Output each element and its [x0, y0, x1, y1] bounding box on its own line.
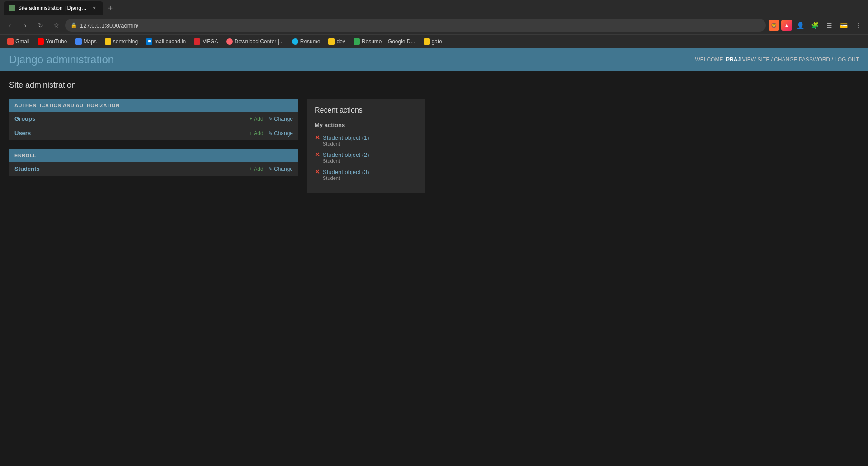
tab-favicon	[9, 5, 15, 11]
students-link[interactable]: Students	[14, 165, 40, 172]
browser-chrome: Site administration | Django site a... ✕…	[0, 0, 868, 48]
mega-favicon	[194, 38, 200, 45]
groups-actions: + Add ✎ Change	[250, 116, 293, 122]
recent-actions-title: Recent actions	[315, 106, 418, 114]
recent-actions-panel: Recent actions My actions ✕ Student obje…	[307, 99, 425, 193]
tab-title: Site administration | Django site a...	[18, 5, 88, 11]
students-model-row: Students + Add ✎ Change	[9, 162, 298, 176]
page-title: Site administration	[9, 80, 859, 90]
bookmark-youtube-label: YouTube	[46, 38, 67, 45]
django-header: Django administration WELCOME, PRAJ VIEW…	[0, 48, 868, 71]
action-item-2: ✕ Student object (2) Student	[315, 151, 418, 164]
action-item-3-link[interactable]: Student object (3)	[323, 169, 369, 175]
view-site-link[interactable]: VIEW SITE	[742, 56, 769, 63]
wallet-icon[interactable]: 💳	[837, 19, 850, 32]
bookmark-gate[interactable]: gate	[420, 38, 446, 46]
nav-bar: ‹ › ↻ ☆ 🔒 127.0.0.1:8000/admin/ 🦁 ▲ 👤 🧩 …	[0, 16, 868, 34]
action-item-1-type: Student	[315, 141, 418, 146]
maps-favicon	[75, 38, 82, 45]
tab-bar: Site administration | Django site a... ✕…	[0, 0, 868, 16]
groups-change-link[interactable]: ✎ Change	[268, 116, 293, 122]
bookmark-resume-google[interactable]: Resume – Google D...	[350, 38, 419, 46]
bookmark-mail[interactable]: ⊞ mail.cuchd.in	[142, 38, 189, 46]
groups-add-link[interactable]: + Add	[250, 116, 264, 122]
students-model-name: Students	[14, 165, 250, 172]
bookmark-dev-label: dev	[336, 38, 345, 45]
students-change-link[interactable]: ✎ Change	[268, 166, 293, 172]
active-tab[interactable]: Site administration | Django site a... ✕	[4, 1, 103, 15]
username: PRAJ	[726, 56, 741, 63]
action-item-1-title: ✕ Student object (1)	[315, 134, 418, 141]
users-change-link[interactable]: ✎ Change	[268, 130, 293, 137]
gate-favicon	[424, 38, 430, 45]
django-admin-title: Django administration	[9, 53, 114, 66]
something-favicon	[105, 38, 111, 45]
users-link[interactable]: Users	[14, 130, 31, 137]
auth-section-header: AUTHENTICATION AND AUTHORIZATION	[9, 99, 298, 112]
gmail-favicon	[7, 38, 14, 45]
extensions-icon[interactable]: 🧩	[808, 19, 821, 32]
header-links: WELCOME, PRAJ VIEW SITE / CHANGE PASSWOR…	[695, 56, 859, 63]
tab-close-button[interactable]: ✕	[90, 5, 98, 12]
bookmark-youtube[interactable]: YouTube	[34, 38, 71, 46]
enroll-section-header: ENROLL	[9, 149, 298, 162]
back-button[interactable]: ‹	[4, 19, 16, 32]
forward-button[interactable]: ›	[19, 19, 32, 32]
action-item-2-link[interactable]: Student object (2)	[323, 151, 369, 158]
bookmark-something-label: something	[113, 38, 138, 45]
bookmark-resume-google-label: Resume – Google D...	[362, 38, 415, 45]
reading-list-icon[interactable]: ☰	[823, 19, 835, 32]
groups-link[interactable]: Groups	[14, 115, 35, 122]
bookmark-maps-label: Maps	[84, 38, 97, 45]
bookmark-maps[interactable]: Maps	[72, 38, 100, 46]
groups-model-name: Groups	[14, 115, 250, 122]
lock-icon: 🔒	[71, 22, 77, 28]
bookmark-mega-label: MEGA	[202, 38, 218, 45]
action-item-3-title: ✕ Student object (3)	[315, 168, 418, 175]
users-actions: + Add ✎ Change	[250, 130, 293, 137]
resume-google-favicon	[354, 38, 360, 45]
download-center-favicon	[226, 38, 233, 45]
django-content: Site administration AUTHENTICATION AND A…	[0, 71, 868, 202]
bookmark-resume-label: Resume	[300, 38, 321, 45]
bookmark-button[interactable]: ☆	[50, 19, 62, 32]
admin-left-column: AUTHENTICATION AND AUTHORIZATION Groups …	[9, 99, 298, 193]
bookmark-gmail[interactable]: Gmail	[4, 38, 33, 46]
users-model-name: Users	[14, 130, 250, 137]
students-add-link[interactable]: + Add	[250, 166, 264, 172]
brave-rewards-icon[interactable]: ▲	[781, 20, 792, 31]
auth-section: AUTHENTICATION AND AUTHORIZATION Groups …	[9, 99, 298, 140]
logout-link[interactable]: LOG OUT	[835, 56, 859, 63]
change-password-link[interactable]: CHANGE PASSWORD	[774, 56, 830, 63]
users-add-link[interactable]: + Add	[250, 130, 264, 137]
brave-shield-icon[interactable]: 🦁	[769, 20, 779, 31]
bookmark-mail-label: mail.cuchd.in	[154, 38, 186, 45]
address-text: 127.0.0.1:8000/admin/	[80, 22, 760, 29]
action-item-1: ✕ Student object (1) Student	[315, 134, 418, 146]
menu-icon[interactable]: ⋮	[852, 19, 864, 32]
bookmark-gate-label: gate	[432, 38, 442, 45]
action-item-2-type: Student	[315, 158, 418, 164]
new-tab-button[interactable]: +	[104, 2, 117, 14]
bookmark-resume[interactable]: Resume	[288, 38, 324, 46]
users-model-row: Users + Add ✎ Change	[9, 126, 298, 140]
action-item-2-title: ✕ Student object (2)	[315, 151, 418, 158]
delete-icon-1: ✕	[315, 134, 320, 141]
delete-icon-3: ✕	[315, 168, 320, 175]
nav-right-icons: 🦁 ▲ 👤 🧩 ☰ 💳 ⋮	[769, 19, 864, 32]
admin-main: AUTHENTICATION AND AUTHORIZATION Groups …	[9, 99, 859, 193]
bookmark-dev[interactable]: dev	[325, 38, 349, 46]
address-bar[interactable]: 🔒 127.0.0.1:8000/admin/	[65, 19, 766, 32]
bookmark-download-center[interactable]: Download Center |...	[223, 38, 288, 46]
profile-icon[interactable]: 👤	[794, 19, 807, 32]
django-admin-page: Django administration WELCOME, PRAJ VIEW…	[0, 48, 868, 202]
enroll-section: ENROLL Students + Add ✎ Change	[9, 149, 298, 176]
bookmark-download-center-label: Download Center |...	[235, 38, 284, 45]
bookmark-mega[interactable]: MEGA	[190, 38, 222, 46]
action-item-1-link[interactable]: Student object (1)	[323, 134, 369, 141]
bookmark-something[interactable]: something	[101, 38, 142, 46]
recent-actions-container: Recent actions My actions ✕ Student obje…	[307, 99, 425, 193]
action-item-3: ✕ Student object (3) Student	[315, 168, 418, 181]
my-actions-title: My actions	[315, 122, 418, 128]
reload-button[interactable]: ↻	[34, 19, 47, 32]
